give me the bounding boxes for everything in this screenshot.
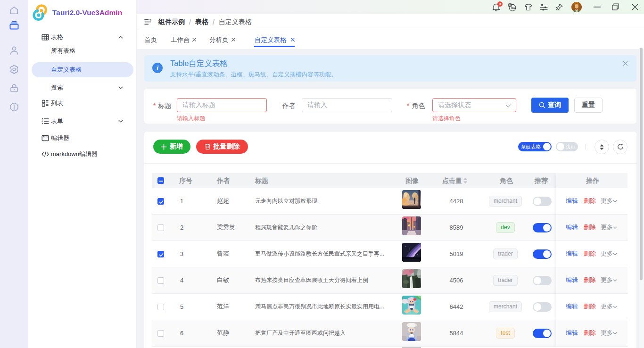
- svg-text:En: En: [511, 7, 515, 9]
- svg-text:中: 中: [509, 4, 512, 7]
